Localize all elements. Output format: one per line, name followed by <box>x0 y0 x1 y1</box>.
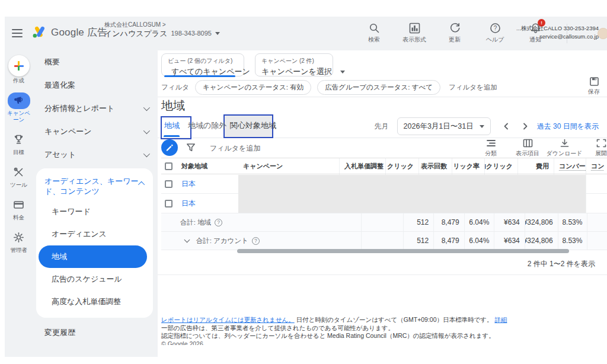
download-button[interactable]: ダウンロード <box>551 139 577 158</box>
avatar[interactable] <box>598 28 607 39</box>
tools-icon <box>8 164 30 181</box>
profile-info[interactable]: 330-253-2394 株式会社CALLO... service@callos… <box>573 24 599 41</box>
date-range-picker[interactable]: 2026年3月1日〜31日 <box>397 117 491 135</box>
divider <box>158 274 607 275</box>
sidebar-item-keywords[interactable]: キーワード <box>36 200 153 223</box>
sidebar-item-ad-schedule[interactable]: 広告のスケジュール <box>36 268 153 290</box>
chevron-down-icon <box>143 150 150 157</box>
sidebar-item-assets[interactable]: アセット <box>33 143 158 166</box>
columns-icon <box>523 139 533 148</box>
divider <box>158 97 607 97</box>
profile-account: 330-253-2394 株式会社CALLO... <box>573 24 599 33</box>
filter-chip-adgroup-status[interactable]: 広告グループのステータス: すべて <box>317 80 440 95</box>
tab-exclusions[interactable]: 地域の除外 <box>188 120 226 131</box>
tab-locations[interactable]: 地域 <box>164 120 180 131</box>
location-link[interactable]: 日本 <box>181 199 196 209</box>
tab-interest-locations[interactable]: 関心対象地域 <box>230 120 276 131</box>
date-preset-label: 先月 <box>375 122 389 132</box>
filter-icon[interactable] <box>186 143 196 152</box>
sidebar-item-advanced-bid-adj[interactable]: 高度な入札単価調整 <box>36 290 153 313</box>
realtime-note-link[interactable]: レポートはリアルタイムには更新されません。 <box>161 316 295 323</box>
filter-bar: フィルタ キャンペーンのステータス: 有効 広告グループのステータス: すべて … <box>161 78 607 97</box>
google-ads-logo-icon <box>31 25 46 39</box>
report-footnotes: レポートはリアルタイムには更新されません。 日付と時刻のタイムゾーンはすべて（G… <box>161 316 600 340</box>
rail-item-admin[interactable]: 管理者 <box>5 229 33 254</box>
help-icon[interactable]: ? <box>215 219 222 226</box>
chevron-down-icon <box>340 71 345 74</box>
columns-button[interactable]: 表示項目 <box>515 139 541 158</box>
menu-icon[interactable] <box>12 29 23 37</box>
sidebar-item-overview[interactable]: 概要 <box>33 50 158 74</box>
audiences-group-card: オーディエンス、キーワード、コンテンツ キーワード オーディエンス 地域 広告の… <box>36 168 153 318</box>
refresh-icon <box>449 22 461 34</box>
column-header-cost[interactable]: 費用 <box>517 158 554 174</box>
sidebar-item-audiences[interactable]: オーディエンス <box>36 223 153 245</box>
view-dropdown[interactable]: ビュー (2 個のフィルタ) すべてのキャンペーン <box>161 53 244 76</box>
chart-icon <box>408 22 420 34</box>
sidebar-item-change-history[interactable]: 変更履歴 <box>33 321 158 344</box>
save-button[interactable]: 保存 <box>582 76 606 96</box>
chevron-left-icon[interactable] <box>503 123 510 130</box>
chevron-down-icon[interactable] <box>184 237 190 243</box>
active-tab-indicator <box>164 135 180 137</box>
sidebar-navigation: 概要 最適化案 分析情報とレポート キャンペーン アセット オーディエンス、キー… <box>33 50 158 357</box>
svg-text:?: ? <box>493 25 497 31</box>
rail-item-tools[interactable]: ツール <box>5 164 33 189</box>
show-last-30-days-link[interactable]: 過去 30 日間を表示 <box>537 122 599 132</box>
edit-button[interactable] <box>161 139 178 156</box>
location-link[interactable]: 日本 <box>181 179 196 189</box>
page-title: 地域 <box>161 98 185 114</box>
refresh-button[interactable]: 更新 <box>443 22 466 44</box>
help-icon: ? <box>489 22 501 34</box>
total-cost: ¥324,806 <box>525 232 558 250</box>
row-checkbox[interactable] <box>165 180 172 188</box>
total-clicks: 512 <box>403 232 433 250</box>
column-header-avg-cpc[interactable]: 平均クリック <box>484 158 517 174</box>
google-ads-logo: Google 広告 <box>31 25 107 39</box>
sidebar-group-audiences[interactable]: オーディエンス、キーワード、コンテンツ <box>36 172 153 200</box>
breadcrumb[interactable]: 株式会社CALLOSUM > <box>104 21 220 29</box>
account-switcher[interactable]: 株式会社CALLOSUM > インハウスプラス 198-343-8095 <box>104 21 220 39</box>
row-checkbox[interactable] <box>165 200 172 207</box>
table-header-row: 対象地域 キャンペーン 入札単価調整 ↓ クリック 表示回数 クリック率 平均ク… <box>161 158 607 174</box>
help-button[interactable]: ? ヘルプ <box>484 22 506 44</box>
column-header-bid-adj[interactable]: 入札単価調整 <box>339 158 385 174</box>
redaction-overlay <box>238 175 586 213</box>
table-add-filter[interactable]: フィルタを追加 <box>210 143 260 154</box>
sidebar-item-recommendations[interactable]: 最適化案 <box>33 74 158 97</box>
column-header-conv-rate[interactable]: コン <box>586 158 607 174</box>
rail-item-create[interactable]: 作成 <box>5 55 33 84</box>
column-header-clicks[interactable]: ↓ クリック <box>385 158 418 174</box>
chevron-down-icon <box>215 32 220 35</box>
rail-item-goals[interactable]: 目標 <box>5 132 33 156</box>
trophy-icon <box>8 132 30 148</box>
pencil-icon <box>165 143 174 152</box>
campaign-dropdown[interactable]: キャンペーン (2 件) キャンペーンを選択 <box>255 53 333 76</box>
help-icon[interactable]: ? <box>252 237 260 245</box>
select-all-checkbox[interactable] <box>165 162 172 170</box>
sidebar-item-campaigns[interactable]: キャンペーン <box>33 120 158 143</box>
rail-item-billing[interactable]: 料金 <box>5 197 33 221</box>
column-header-impressions[interactable]: 表示回数 <box>418 158 452 174</box>
sidebar-item-locations[interactable]: 地域 <box>39 245 147 268</box>
column-header-campaign[interactable]: キャンペーン <box>238 158 339 174</box>
appearance-button[interactable]: 表示形式 <box>403 22 426 44</box>
total-impressions: 8,479 <box>433 213 464 231</box>
expand-icon <box>596 139 606 148</box>
horizontal-scrollbar[interactable] <box>237 249 569 253</box>
segment-button[interactable]: 分類 <box>478 139 504 158</box>
column-header-target-location[interactable]: 対象地域 <box>177 158 238 174</box>
sidebar-item-insights[interactable]: 分析情報とレポート <box>33 97 158 120</box>
column-header-ctr[interactable]: クリック率 <box>452 158 484 174</box>
search-button[interactable]: 検索 <box>363 22 385 44</box>
add-filter-link[interactable]: フィルタを追加 <box>449 83 497 92</box>
expand-button[interactable]: 展開 <box>588 139 607 158</box>
rail-item-campaigns[interactable]: キャンペーン <box>5 92 33 123</box>
column-header-conversions[interactable]: コンバージョ <box>554 158 586 174</box>
chevron-right-icon[interactable] <box>522 123 529 130</box>
pagination-status: 2 件中 1〜2 件を表示 <box>528 259 595 269</box>
filter-chip-campaign-status[interactable]: キャンペーンのステータス: 有効 <box>195 80 311 95</box>
learn-more-link[interactable]: 詳細 <box>494 316 507 323</box>
date-range-controls: 先月 2026年3月1日〜31日 過去 30 日間を表示 <box>375 117 599 135</box>
account-name: インハウスプラス <box>104 29 167 39</box>
